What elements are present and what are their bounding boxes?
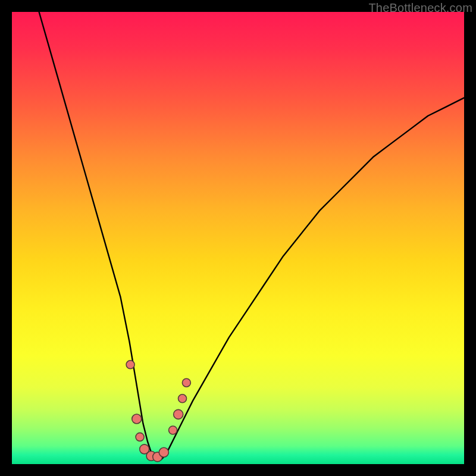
curve-marker <box>178 394 187 403</box>
marker-group <box>126 361 190 462</box>
chart-frame <box>12 12 464 464</box>
curve-marker <box>174 409 183 419</box>
curve-marker <box>169 426 177 434</box>
curve-marker <box>132 414 142 424</box>
bottleneck-curve <box>39 12 464 459</box>
source-attribution: TheBottleneck.com <box>368 1 472 15</box>
curve-marker <box>159 447 168 457</box>
curve-marker <box>136 433 144 441</box>
curve-marker <box>182 378 190 387</box>
chart-overlay <box>12 12 464 464</box>
curve-marker <box>126 361 134 369</box>
